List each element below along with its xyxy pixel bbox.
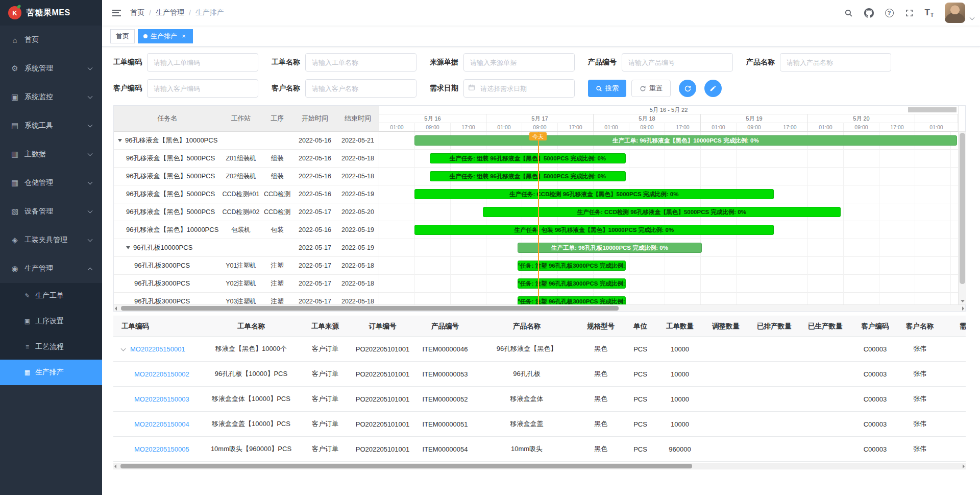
gantt-cell: 组装	[261, 172, 293, 181]
gantt-vertical-scrollbar[interactable]	[958, 106, 966, 304]
fullscreen-icon[interactable]	[905, 9, 914, 17]
gantt-task-bar[interactable]: 生产任务: 注塑 96孔孔板3000PCS 完成比例: 0%	[518, 261, 626, 271]
table-row[interactable]: MO202205150003移液盒盒体【10000】PCS客户订单PO20220…	[113, 387, 966, 412]
work-order-code-cell: MO202205150004	[113, 412, 203, 437]
hamburger-icon[interactable]	[110, 8, 123, 18]
gantt-task-bar[interactable]: 生产任务: CCD检测 96孔移液盒【黑色】5000PCS 完成比例: 0%	[483, 207, 841, 217]
table-horizontal-scrollbar[interactable]	[113, 463, 966, 469]
help-icon[interactable]	[885, 9, 894, 17]
search-button[interactable]: 搜索	[588, 80, 626, 97]
work-order-link[interactable]: MO202205150003	[134, 395, 189, 403]
scroll-down-icon[interactable]	[959, 297, 966, 304]
sidebar-item-master-data[interactable]: ▥主数据	[0, 140, 102, 169]
sidebar-item-warehouse[interactable]: ▦仓储管理	[0, 169, 102, 197]
reset-button[interactable]: 重置	[631, 80, 671, 97]
demand-date-input[interactable]	[463, 79, 575, 98]
scroll-right-icon[interactable]	[962, 307, 964, 311]
table-row[interactable]: MO20220515000510mm吸头【960000】PCS客户订单PO202…	[113, 437, 966, 462]
work-order-code-input[interactable]	[147, 53, 258, 72]
work-order-link[interactable]: MO202205150005	[134, 445, 189, 453]
sidebar-item-fixture[interactable]: ◈工装夹具管理	[0, 226, 102, 254]
tree-collapse-icon[interactable]	[118, 139, 122, 142]
gantt-task-bar[interactable]: 生产任务: 注塑 96孔孔板3000PCS 完成比例: 0%	[518, 278, 626, 289]
gantt-project-bar[interactable]: 生产工单: 96孔孔板10000PCS 完成比例: 0%	[518, 243, 702, 253]
gantt-grid-row[interactable]: 96孔移液盒【黑色】5000PCSCCD检测#01CCD检测2022-05-16…	[114, 185, 379, 203]
table-cell: PCS	[624, 412, 657, 437]
vertical-scrollbar-thumb[interactable]	[960, 133, 965, 284]
gantt-grid-row[interactable]: 96孔孔板3000PCSY03注塑机注塑2022-05-172022-05-18	[114, 293, 379, 304]
gantt-task-bar[interactable]: 生产任务: CCD检测 96孔移液盒【黑色】5000PCS 完成比例: 0%	[414, 189, 774, 199]
app-logo[interactable]: K 苦糖果MES	[0, 0, 102, 26]
scroll-right-icon[interactable]	[963, 464, 965, 468]
tree-collapse-icon[interactable]	[126, 246, 130, 249]
task-name-text: 96孔孔板3000PCS	[134, 297, 190, 304]
gantt-horizontal-scrollbar[interactable]	[114, 304, 965, 311]
gantt-grid-row[interactable]: 96孔孔板3000PCSY02注塑机注塑2022-05-172022-05-18	[114, 275, 379, 293]
search-icon[interactable]	[844, 9, 853, 17]
table-cell: PO202205101001	[351, 437, 414, 462]
product-code-input[interactable]	[622, 53, 733, 72]
gantt-grid-row[interactable]: 96孔移液盒【黑色】10000PCS2022-05-162022-05-21	[114, 132, 379, 150]
gantt-task-bar[interactable]: 生产任务: 组装 96孔移液盒【黑色】5000PCS 完成比例: 0%	[430, 153, 626, 163]
table-cell	[749, 337, 800, 362]
edit-button[interactable]	[704, 80, 722, 97]
gantt-project-bar[interactable]: 生产工单: 96孔移液盒【黑色】10000PCS 完成比例: 0%	[414, 135, 957, 146]
gantt-grid-row[interactable]: 96孔孔板3000PCSY01注塑机注塑2022-05-172022-05-18	[114, 257, 379, 275]
table-cell	[703, 337, 749, 362]
sidebar-subitem-process-flow[interactable]: ≡工艺流程	[0, 334, 102, 360]
table-cell: 黑色	[578, 412, 624, 437]
gantt-task-bar[interactable]: 生产任务: 组装 96孔移液盒【黑色】5000PCS 完成比例: 0%	[430, 171, 626, 181]
customer-name-input[interactable]	[305, 79, 416, 98]
sidebar-item-system-admin[interactable]: ⚙系统管理	[0, 54, 102, 83]
customer-code-input[interactable]	[147, 79, 258, 98]
product-name-input[interactable]	[780, 53, 891, 72]
horizontal-scrollbar-thumb[interactable]	[121, 306, 619, 311]
user-avatar[interactable]	[945, 3, 965, 23]
gantt-grid-row[interactable]: 96孔移液盒【黑色】5000PCSZ01组装机组装2022-05-162022-…	[114, 150, 379, 168]
breadcrumb-item[interactable]: 生产管理	[156, 8, 184, 17]
sidebar-subitem-work-order[interactable]: ✎生产工单	[0, 283, 102, 309]
task-name-text: 96孔孔板3000PCS	[134, 279, 190, 288]
breadcrumb-item[interactable]: 首页	[130, 8, 144, 17]
scroll-left-icon[interactable]	[114, 464, 116, 468]
timeline-scrollbar-thumb[interactable]	[908, 107, 957, 112]
font-size-icon[interactable]	[925, 8, 934, 18]
tab-scheduling[interactable]: 生产排产	[138, 29, 193, 43]
refresh-gantt-button[interactable]	[679, 80, 696, 97]
timeline-hour-label: 09:00	[844, 123, 879, 131]
sidebar-menu: ⌂首页⚙系统管理▣系统监控▤系统工具▥主数据▦仓储管理▧设备管理◈工装夹具管理◉…	[0, 26, 102, 385]
source-doc-input[interactable]	[463, 53, 575, 72]
sidebar-item-production[interactable]: ◉生产管理	[0, 254, 102, 283]
sidebar-subitem-scheduling[interactable]: ▦生产排产	[0, 360, 102, 385]
gantt-task-bar[interactable]: 生产任务: 注塑 96孔孔板3000PCS 完成比例: 0%	[518, 296, 626, 304]
work-order-name-input[interactable]	[305, 53, 416, 72]
sidebar-subitem-label: 工序设置	[35, 317, 64, 326]
avatar-caret-down-icon[interactable]	[970, 15, 975, 20]
scroll-left-icon[interactable]	[115, 307, 117, 311]
tab-home[interactable]: 首页	[110, 29, 135, 43]
gantt-cell: 2022-05-16	[293, 137, 336, 144]
sidebar-item-label: 仓储管理	[24, 178, 53, 187]
gantt-grid-row[interactable]: 96孔移液盒【黑色】5000PCSCCD检测#02CCD检测2022-05-17…	[114, 203, 379, 221]
sidebar-subitem-process-setting[interactable]: ▣工序设置	[0, 309, 102, 334]
row-expand-icon[interactable]	[121, 346, 126, 351]
table-scrollbar-thumb[interactable]	[120, 464, 692, 468]
gantt-cell: Z01组装机	[221, 154, 261, 163]
gantt-task-bar[interactable]: 生产任务: 包装 96孔移液盒【黑色】10000PCS 完成比例: 0%	[414, 225, 774, 235]
gantt-grid-row[interactable]: 96孔孔板10000PCS2022-05-172022-05-19	[114, 239, 379, 257]
sidebar-item-equipment[interactable]: ▧设备管理	[0, 197, 102, 226]
gantt-grid-row[interactable]: 96孔移液盒【黑色】10000PCS包装机包装2022-05-162022-05…	[114, 221, 379, 239]
table-cell: 202	[940, 362, 966, 387]
work-order-link[interactable]: MO202205150002	[134, 370, 189, 378]
sidebar-item-system-monitor[interactable]: ▣系统监控	[0, 83, 102, 111]
table-row[interactable]: MO20220515000296孔孔板【10000】PCS客户订单PO20220…	[113, 362, 966, 387]
work-order-link[interactable]: MO202205150004	[134, 420, 189, 428]
gantt-grid-row[interactable]: 96孔移液盒【黑色】5000PCSZ02组装机组装2022-05-162022-…	[114, 168, 379, 185]
github-icon[interactable]	[864, 8, 874, 18]
sidebar-item-system-tools[interactable]: ▤系统工具	[0, 111, 102, 140]
table-row[interactable]: MO202205150001移液盒【黑色】10000个客户订单PO2022051…	[113, 337, 966, 362]
work-order-link[interactable]: MO202205150001	[130, 345, 185, 353]
table-row[interactable]: MO202205150004移液盒盒盖【10000】PCS客户订单PO20220…	[113, 412, 966, 437]
close-tab-icon[interactable]	[180, 33, 187, 40]
sidebar-item-home[interactable]: ⌂首页	[0, 26, 102, 54]
